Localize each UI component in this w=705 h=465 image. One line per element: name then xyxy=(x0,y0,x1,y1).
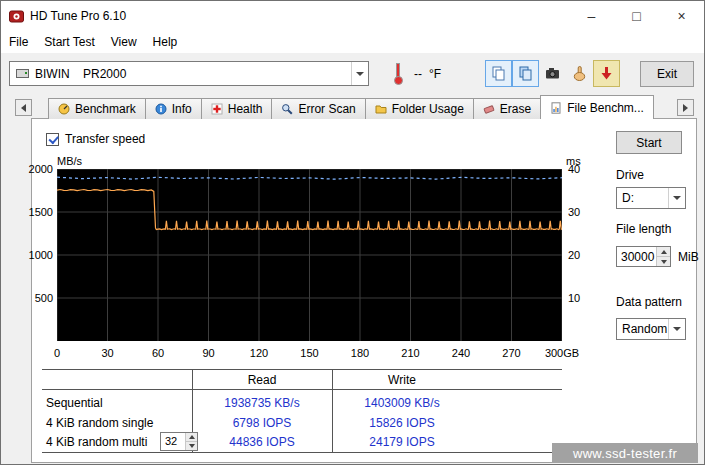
tab-label: Health xyxy=(228,102,263,116)
chevron-down-icon[interactable] xyxy=(668,319,685,339)
axis-tick-label: 10 xyxy=(568,292,598,304)
spin-down-button[interactable] xyxy=(186,441,197,450)
chevron-down-icon[interactable] xyxy=(668,188,685,208)
data-pattern-value: Random xyxy=(622,322,667,336)
axis-tick-label: 90 xyxy=(184,347,234,359)
folder-icon xyxy=(375,103,387,115)
tab-erase[interactable]: Erase xyxy=(473,98,541,119)
copy-clipboard-button[interactable] xyxy=(485,60,512,87)
axis-tick-label: 1000 xyxy=(11,249,53,261)
tab-scroll-right-button[interactable] xyxy=(677,99,694,116)
axis-tick-label: 240 xyxy=(436,347,486,359)
tab-file-benchmark[interactable]: File Benchm... xyxy=(540,95,654,119)
transfer-speed-label: Transfer speed xyxy=(65,132,145,146)
screenshot-button[interactable] xyxy=(539,60,566,87)
magnifier-icon xyxy=(281,103,293,115)
window-controls: – □ × xyxy=(569,1,704,31)
chevron-down-icon[interactable] xyxy=(351,62,368,85)
data-pattern-combo[interactable]: Random xyxy=(616,318,686,340)
tab-info[interactable]: Info xyxy=(145,98,202,119)
tabs: Benchmark Info Health Error Scan xyxy=(48,95,653,119)
close-button[interactable]: × xyxy=(659,1,704,31)
data-pattern-label: Data pattern xyxy=(616,295,682,309)
sequential-write-value: 1403009 KB/s xyxy=(332,396,472,410)
spinner-buttons xyxy=(656,247,670,266)
drive-combo-value: D: xyxy=(622,191,634,205)
file-benchmark-panel: Transfer speed Start MB/s ms Drive D: Fi… xyxy=(31,118,697,463)
menu-item-file[interactable]: File xyxy=(1,32,36,52)
axis-tick-label: 30 xyxy=(568,206,598,218)
start-button[interactable]: Start xyxy=(616,131,682,154)
spin-up-button[interactable] xyxy=(657,247,670,256)
thermometer-icon xyxy=(392,63,404,85)
table-divider xyxy=(42,452,562,453)
row-label-random-multi: 4 KiB random multi xyxy=(46,435,147,449)
menubar: File Start Test View Help xyxy=(1,31,704,53)
tab-error-scan[interactable]: Error Scan xyxy=(271,98,365,119)
tab-health[interactable]: Health xyxy=(201,98,273,119)
tab-benchmark[interactable]: Benchmark xyxy=(48,98,146,119)
tab-label: Erase xyxy=(500,102,531,116)
drive-label: Drive xyxy=(616,168,644,182)
menu-item-view[interactable]: View xyxy=(103,32,145,52)
donate-button[interactable] xyxy=(566,60,593,87)
column-header-write: Write xyxy=(332,373,472,387)
spin-up-button[interactable] xyxy=(186,433,197,441)
axis-tick-label: 120 xyxy=(234,347,284,359)
queue-depth-spinner[interactable]: 32 xyxy=(160,432,198,451)
hdtune-window: HD Tune Pro 6.10 – □ × File Start Test V… xyxy=(0,0,705,465)
up-arrow-icon xyxy=(189,435,195,439)
transfer-speed-checkbox[interactable]: Transfer speed xyxy=(46,132,145,146)
file-length-unit: MiB xyxy=(678,250,699,264)
chart-plot xyxy=(57,169,562,341)
drive-select-combo[interactable]: BIWIN PR2000 xyxy=(9,61,369,86)
left-arrow-icon xyxy=(21,104,26,112)
tab-scroll-left-button[interactable] xyxy=(15,99,32,116)
tab-folder-usage[interactable]: Folder Usage xyxy=(365,98,474,119)
copy-file-button[interactable] xyxy=(512,60,539,87)
axis-tick-label: 20 xyxy=(568,249,598,261)
info-icon xyxy=(155,103,167,115)
axis-tick-label: 40 xyxy=(568,163,598,175)
row-label-sequential: Sequential xyxy=(46,396,103,410)
axis-tick-label: 2000 xyxy=(11,163,53,175)
temperature-button[interactable] xyxy=(388,61,408,87)
spin-down-button[interactable] xyxy=(657,256,670,266)
menu-item-help[interactable]: Help xyxy=(145,32,186,52)
drive-combo[interactable]: D: xyxy=(616,187,686,209)
health-cross-icon xyxy=(211,103,223,115)
up-arrow-icon xyxy=(661,250,667,254)
titlebar: HD Tune Pro 6.10 – □ × xyxy=(1,1,704,31)
temperature-value: -- xyxy=(414,67,422,81)
tab-label: File Benchm... xyxy=(567,101,644,115)
y-left-axis-unit: MB/s xyxy=(57,155,82,167)
file-length-value: 30000 xyxy=(621,250,654,264)
maximize-button[interactable]: □ xyxy=(614,1,659,31)
down-arrow-icon xyxy=(189,444,195,448)
queue-depth-value: 32 xyxy=(165,435,177,447)
axis-tick-label: 0 xyxy=(32,347,82,359)
axis-tick-label: 270 xyxy=(487,347,537,359)
benchmark-icon xyxy=(58,103,70,115)
axis-tick-label: 30 xyxy=(83,347,133,359)
right-arrow-icon xyxy=(683,104,688,112)
file-benchmark-icon xyxy=(550,102,562,114)
axis-tick-label: 300GB xyxy=(537,347,587,359)
random-single-write-value: 15826 IOPS xyxy=(332,416,472,430)
minimize-button[interactable]: – xyxy=(569,1,614,31)
table-divider xyxy=(42,389,562,390)
checkbox-checked-icon[interactable] xyxy=(46,133,59,146)
file-length-label: File length xyxy=(616,222,671,236)
tab-label: Folder Usage xyxy=(392,102,464,116)
random-multi-write-value: 24179 IOPS xyxy=(332,435,472,449)
menu-item-start-test[interactable]: Start Test xyxy=(36,32,102,52)
temperature-unit: °F xyxy=(429,67,441,81)
transfer-speed-chart xyxy=(57,169,562,341)
eraser-icon xyxy=(483,103,495,115)
download-button[interactable] xyxy=(593,60,620,87)
file-length-spinner[interactable]: 30000 xyxy=(616,246,671,267)
copy-icon xyxy=(490,65,507,82)
window-title: HD Tune Pro 6.10 xyxy=(30,9,126,23)
column-header-read: Read xyxy=(192,373,332,387)
exit-button[interactable]: Exit xyxy=(640,61,694,87)
